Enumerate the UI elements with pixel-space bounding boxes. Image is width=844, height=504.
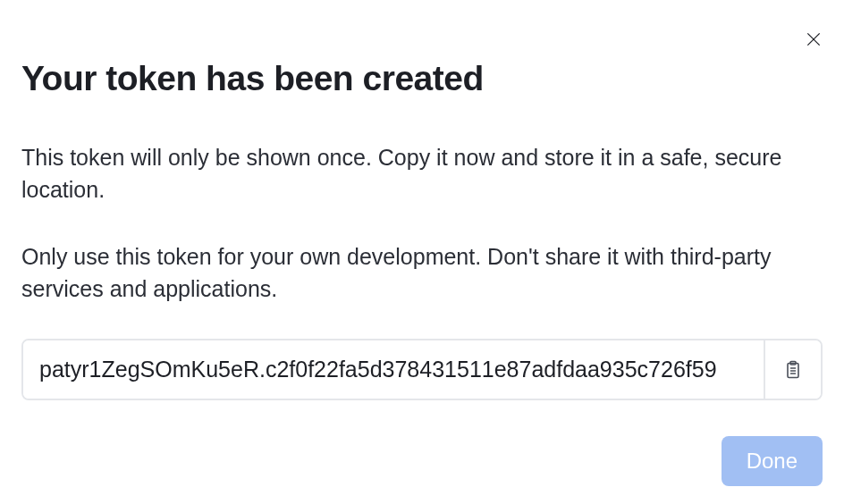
dialog-description-2: Only use this token for your own develop… — [21, 240, 823, 306]
dialog-title: Your token has been created — [21, 59, 823, 98]
token-input[interactable] — [23, 340, 764, 399]
token-created-dialog: Your token has been created This token w… — [0, 0, 844, 504]
token-row — [21, 339, 823, 400]
close-button[interactable] — [803, 29, 824, 50]
dialog-footer: Done — [21, 436, 823, 486]
close-icon — [805, 30, 823, 48]
clipboard-icon — [782, 359, 804, 381]
copy-button[interactable] — [764, 340, 821, 399]
done-button[interactable]: Done — [722, 436, 823, 486]
dialog-description-1: This token will only be shown once. Copy… — [21, 141, 823, 206]
